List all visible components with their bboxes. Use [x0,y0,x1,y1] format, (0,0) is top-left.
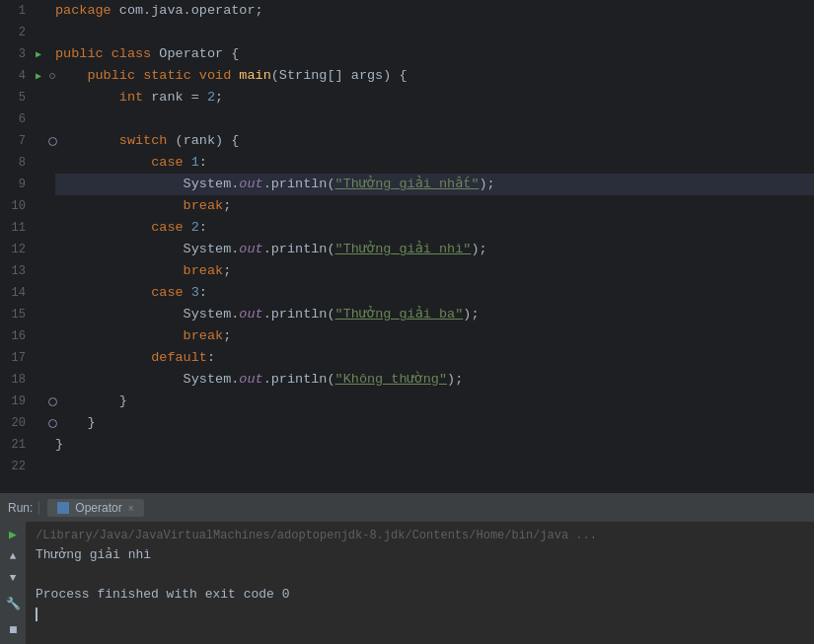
code-token: default [55,347,207,369]
line-number: 5 [0,91,32,105]
code-token: .println( [263,174,335,195]
run-label: Run: [8,501,39,515]
code-token: out [239,174,262,195]
breakpoint-indicator[interactable] [45,397,59,406]
code-line: default: [55,347,814,369]
code-line: System.out.println("Thưởng giải nhì"); [55,239,814,260]
gutter-row: 11 [0,217,51,239]
gutter-row: 15 [0,304,51,325]
code-token: public [55,65,143,87]
line-number: 17 [0,351,32,365]
code-token: ; [223,195,231,217]
code-line: public static void main(String[] args) { [55,65,814,87]
line-number: 18 [0,373,32,387]
code-token: "Thưởng giải ba" [335,304,464,325]
code-token: } [55,434,63,456]
gutter-row: 4▶ [0,65,51,87]
code-token: System. [55,369,239,391]
gutter-row: 2 [0,22,51,43]
code-token: switch [55,130,176,152]
gutter-row: 20 [0,412,51,434]
code-token: 1 [191,152,199,174]
code-token: int [55,87,151,108]
code-token: ); [447,369,463,391]
gutter-row: 17 [0,347,51,369]
code-token: } [55,391,127,412]
close-icon[interactable]: × [128,503,134,514]
gutter-row: 9 [0,174,51,195]
run-tab-bar: Run: Operator × [0,494,814,522]
code-line: switch (rank) { [55,130,814,152]
code-line [55,108,814,130]
code-line: } [55,391,814,412]
line-number: 3 [0,47,32,61]
code-token: ); [471,239,486,260]
code-token: .println( [263,304,335,325]
code-token: 2 [191,217,199,239]
code-line [55,22,814,43]
breakpoint-indicator[interactable] [45,419,59,428]
line-number: 11 [0,221,32,235]
code-token: class [111,43,160,65]
code-token: } [55,412,96,434]
code-token: com.java.operator; [119,0,263,22]
run-output: /Library/Java/JavaVirtualMachines/adopto… [26,522,814,644]
code-editor: 123▶4▶5678910111213141516171819202122 pa… [0,0,814,493]
line-number: 8 [0,156,32,170]
code-token: main [239,65,270,87]
run-body: ▶ ▲ ▼ 🔧 ⏹ /Library/Java/JavaVirtualMachi… [0,522,814,644]
code-line: System.out.println("Thưởng giải ba"); [55,304,814,325]
stop-icon[interactable]: ⏹ [6,622,20,636]
code-token: : [199,217,207,239]
code-line: case 2: [55,217,814,239]
line-number: 21 [0,438,32,452]
run-java-path: /Library/Java/JavaVirtualMachines/adopto… [36,526,804,545]
down-icon[interactable]: ▼ [6,571,20,585]
code-token: "Thưởng giải nhất" [335,174,480,195]
code-token: .println( [263,239,335,260]
breakpoint-indicator[interactable] [45,73,59,79]
code-token: ); [480,174,495,195]
code-token: 3 [191,282,199,304]
run-panel: Run: Operator × ▶ ▲ ▼ 🔧 ⏹ /Library/Java/… [0,493,814,644]
code-line: break; [55,195,814,217]
line-number: 1 [0,4,32,18]
code-line: System.out.println("Thưởng giải nhất"); [55,174,814,195]
code-token: case [55,152,191,174]
breakpoint-indicator[interactable] [45,137,59,146]
code-line: } [55,434,814,456]
code-line: break; [55,260,814,282]
code-token: break [55,195,223,217]
wrench-icon[interactable]: 🔧 [6,597,20,610]
code-token: out [239,304,262,325]
code-token: System. [55,239,239,260]
code-token: .println( [263,369,335,391]
code-token: (String[] args) { [271,65,407,87]
code-line: case 1: [55,152,814,174]
run-tab[interactable]: Operator × [47,499,143,517]
code-token: break [55,260,223,282]
code-token: package [55,0,119,22]
code-token: out [239,239,262,260]
play-icon[interactable]: ▶ [6,528,20,541]
line-gutter: 123▶4▶5678910111213141516171819202122 [0,0,51,493]
gutter-row: 18 [0,369,51,391]
code-line: package com.java.operator; [55,0,814,22]
code-token: case [55,282,191,304]
code-token: Operator { [159,43,239,65]
gutter-row: 13 [0,260,51,282]
gutter-row: 10 [0,195,51,217]
gutter-row: 5 [0,87,51,108]
code-line: case 3: [55,282,814,304]
gutter-row: 22 [0,456,51,477]
gutter-row: 7 [0,130,51,152]
line-number: 6 [0,112,32,126]
code-token: : [207,347,215,369]
code-token: 2 [207,87,215,108]
code-line: } [55,412,814,434]
run-cursor-line [36,605,804,624]
line-number: 16 [0,329,32,343]
run-tab-label: Operator [75,501,121,515]
up-icon[interactable]: ▲ [6,549,20,563]
gutter-row: 19 [0,391,51,412]
